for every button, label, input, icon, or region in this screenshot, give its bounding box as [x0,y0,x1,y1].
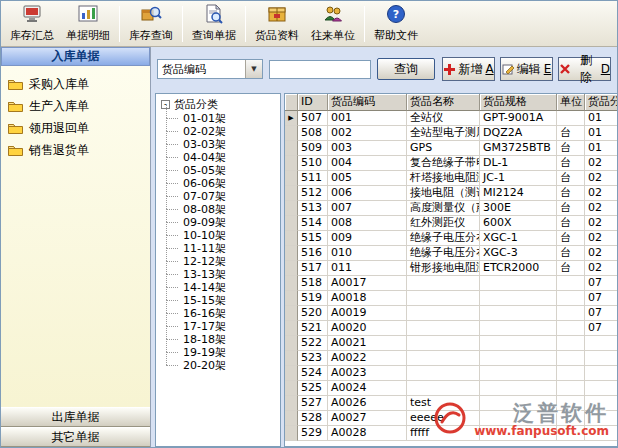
table-cell: 517 [298,261,328,276]
tree-item-16[interactable]: 17-17架 [156,320,280,333]
table-row-524[interactable]: 524A0023 [285,366,617,381]
tree-item-2[interactable]: 03-03架 [156,138,280,151]
table-cell: A0027 [328,411,407,426]
table-row-521[interactable]: 521A002007 [285,321,617,336]
table-row-516[interactable]: 516010绝缘子电压分布测试XGC-3台02 [285,246,617,261]
tree-item-5[interactable]: 06-06架 [156,177,280,190]
toolbar-button-help-file[interactable]: ? 帮助文件 [368,3,424,44]
table-row-509[interactable]: 509003GPSGM3725BTB台01 [285,141,617,156]
column-header-2[interactable]: 货品名称 [407,94,480,111]
table-row-529[interactable]: 529A0028fffff [285,426,617,441]
table-row-515[interactable]: 515009绝缘子电压分布测试XGC-1台02 [285,231,617,246]
table-row-517[interactable]: 517011钳形接地电阻测试仪ETCR2000台02 [285,261,617,276]
sidebar-group-inbound[interactable]: 入库单据 [1,47,150,66]
toolbar-button-business-units[interactable]: 往来单位 [305,3,361,44]
chevron-down-icon[interactable]: ▼ [245,60,262,78]
tree-item-12[interactable]: 13-13架 [156,268,280,281]
query-button[interactable]: 查询 [377,58,435,80]
tree-item-13[interactable]: 14-14架 [156,281,280,294]
table-header: ID货品编码货品名称货品规格单位货品分类 [285,94,617,111]
table-row-527[interactable]: 527A0026test [285,396,617,411]
sidebar-item-label: 生产入库单 [29,98,89,115]
table-cell [407,321,480,336]
table-row-522[interactable]: 522A0021 [285,336,617,351]
delete-button-label: 删除 [574,52,598,86]
row-selector [285,321,298,336]
table-row-518[interactable]: 518A001707 [285,276,617,291]
toolbar-button-goods-data[interactable]: 货品资料 [249,3,305,44]
table-cell: 009 [328,231,407,246]
help-icon: ? [385,4,407,27]
sidebar-item-2[interactable]: 领用退回单 [1,117,150,139]
table-row-514[interactable]: 514008红外测距仪600X台02 [285,216,617,231]
table-cell: 台 [557,156,585,171]
table-row-520[interactable]: 520A001907 [285,306,617,321]
tree-item-15[interactable]: 16-16架 [156,307,280,320]
sidebar-group-other[interactable]: 其它单据 [1,427,150,447]
tree-item-10[interactable]: 11-11架 [156,242,280,255]
row-selector [285,141,298,156]
table-cell [480,426,557,441]
table-cell: 台 [557,126,585,141]
column-header-0[interactable]: ID [298,94,328,111]
table-cell: 台 [557,186,585,201]
sidebar-item-3[interactable]: 销售退货单 [1,139,150,161]
tree-item-4[interactable]: 05-05架 [156,164,280,177]
table-row-525[interactable]: 525A0024 [285,381,617,396]
toolbar-separator [182,6,183,42]
tree-item-0[interactable]: 01-01架 [156,112,280,125]
table-cell: 011 [328,261,407,276]
tree-root-node[interactable]: - 货品分类 [156,94,280,112]
row-selector [285,396,298,411]
tree-item-7[interactable]: 08-08架 [156,203,280,216]
toolbar-button-document-detail[interactable]: 单据明细 [60,3,116,44]
table-row-508[interactable]: 508002全站型电子测厚仪DQZ2A台01 [285,126,617,141]
toolbar-button-query-document[interactable]: 查询单据 [186,3,242,44]
table-cell [557,381,585,396]
tree-item-18[interactable]: 19-19架 [156,346,280,359]
table-row-510[interactable]: 510004复合绝缘子带电测试DL-1台02 [285,156,617,171]
row-selector-header [285,94,298,111]
sidebar-item-1[interactable]: 生产入库单 [1,95,150,117]
tree-item-3[interactable]: 04-04架 [156,151,280,164]
table-row-519[interactable]: 519A001807 [285,291,617,306]
tree-item-6[interactable]: 07-07架 [156,190,280,203]
tree-item-1[interactable]: 02-02架 [156,125,280,138]
delete-button[interactable]: 删除D [558,57,611,81]
sidebar-item-0[interactable]: 采购入库单 [1,73,150,95]
table-cell: A0021 [328,336,407,351]
toolbar-button-inventory-summary[interactable]: 库存汇总 [4,3,60,44]
tree-item-11[interactable]: 12-12架 [156,255,280,268]
table-row-511[interactable]: 511005杆塔接地电阻测试仪JC-1台02 [285,171,617,186]
toolbar-button-inventory-query[interactable]: 库存查询 [123,3,179,44]
table-cell [480,336,557,351]
sidebar-group-outbound[interactable]: 出库单据 [1,407,150,427]
row-selector [285,216,298,231]
column-header-1[interactable]: 货品编码 [328,94,407,111]
edit-button[interactable]: 编辑E [500,57,553,81]
table-cell [585,426,617,441]
add-button[interactable]: 新增A [442,57,495,81]
table-cell [557,351,585,366]
toolbar-button-label: 查询单据 [192,28,236,43]
table-cell [557,111,585,126]
table-row-513[interactable]: 513007高度测量仪（声波）300E台02 [285,201,617,216]
edit-button-label: 编辑 [517,61,541,78]
table-row-523[interactable]: 523A0022 [285,351,617,366]
tree-item-8[interactable]: 09-09架 [156,216,280,229]
search-field-select[interactable]: 货品编码 ▼ [157,59,263,79]
table-row-528[interactable]: 528A0027eeeee [285,411,617,426]
tree-item-19[interactable]: 20-20架 [156,359,280,372]
tree-item-14[interactable]: 15-15架 [156,294,280,307]
tree-item-9[interactable]: 10-10架 [156,229,280,242]
search-input[interactable] [269,60,371,79]
table-row-507[interactable]: ▶507001全站仪GPT-9001A01 [285,111,617,126]
column-header-3[interactable]: 货品规格 [480,94,557,111]
tree-item-17[interactable]: 18-18架 [156,333,280,346]
column-header-5[interactable]: 货品分类 [585,94,617,111]
row-selector [285,261,298,276]
table-row-512[interactable]: 512006接地电阻（测试仪）MI2124台02 [285,186,617,201]
table-cell: 300E [480,201,557,216]
table-cell: GM3725BTB [480,141,557,156]
column-header-4[interactable]: 单位 [557,94,585,111]
